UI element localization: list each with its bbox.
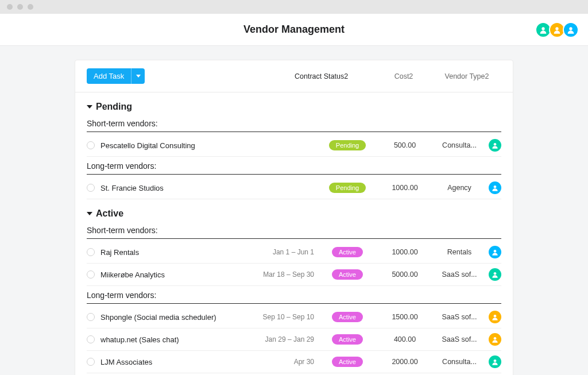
chrome-dot <box>7 4 13 10</box>
add-task-dropdown-button[interactable] <box>131 68 145 84</box>
complete-checkbox[interactable] <box>87 335 95 343</box>
section: PendingShort-term vendors:Pescatello Dig… <box>75 92 513 199</box>
task-assignee[interactable] <box>485 139 501 152</box>
task-assignee[interactable] <box>485 268 501 281</box>
svg-point-8 <box>494 337 497 340</box>
task-name[interactable]: LJM Associates <box>100 358 261 366</box>
collaborator-avatars[interactable] <box>537 22 579 38</box>
task-vendor-type: Consulta... <box>434 358 485 366</box>
task-cost: 400.00 <box>376 335 434 343</box>
avatar <box>489 355 501 368</box>
svg-point-5 <box>494 250 497 253</box>
svg-point-6 <box>494 272 497 275</box>
caret-down-icon <box>87 105 92 109</box>
task-name[interactable]: St. Francie Studios <box>100 184 261 192</box>
avatar[interactable] <box>563 22 579 38</box>
task-name[interactable]: Shpongle (Social media scheduler) <box>100 313 261 322</box>
status-badge: Active <box>332 334 363 345</box>
task-vendor-type: SaaS sof... <box>434 270 485 279</box>
task-status[interactable]: Pending <box>319 183 376 193</box>
task-cost: 1000.00 <box>376 184 434 192</box>
chrome-dot <box>28 4 33 10</box>
chrome-dot <box>17 4 23 10</box>
task-assignee[interactable] <box>485 311 501 323</box>
section: ActiveShort-term vendors:Raj RentalsJan … <box>75 199 513 373</box>
column-header-vendor-type[interactable]: Vendor Type2 <box>432 72 501 80</box>
group-heading: Short-term vendors: <box>87 226 501 239</box>
caret-down-icon <box>87 212 92 215</box>
avatar <box>489 311 501 323</box>
complete-checkbox[interactable] <box>87 248 95 256</box>
task-dates: Jan 1 – Jun 1 <box>261 248 319 256</box>
group-heading: Long-term vendors: <box>87 291 501 304</box>
section-toggle[interactable]: Pending <box>87 102 501 112</box>
task-name[interactable]: whatup.net (Sales chat) <box>100 335 261 344</box>
task-cost: 1500.00 <box>376 313 434 321</box>
task-status[interactable]: Active <box>319 312 376 322</box>
status-badge: Active <box>332 357 363 367</box>
section-title-label: Active <box>96 208 123 219</box>
task-cost: 5000.00 <box>376 270 434 279</box>
status-badge: Pending <box>329 140 366 150</box>
avatar <box>489 181 501 194</box>
group-rows: Raj RentalsJan 1 – Jun 1Active1000.00Ren… <box>87 241 501 286</box>
column-header-cost[interactable]: Cost2 <box>375 72 432 80</box>
window-chrome <box>0 0 588 14</box>
svg-point-7 <box>494 315 497 318</box>
task-cost: 2000.00 <box>376 358 434 366</box>
complete-checkbox[interactable] <box>87 141 95 149</box>
table-row[interactable]: Pescatello Digital ConsultingPending500.… <box>87 134 501 157</box>
svg-point-4 <box>494 185 497 188</box>
complete-checkbox[interactable] <box>87 270 95 279</box>
task-name[interactable]: Miikerøbe Analytics <box>100 270 261 279</box>
task-status[interactable]: Active <box>319 247 376 257</box>
page-title: Vendor Management <box>243 24 345 36</box>
table-row[interactable]: Shpongle (Social media scheduler)Sep 10 … <box>87 306 501 328</box>
complete-checkbox[interactable] <box>87 313 95 321</box>
task-status[interactable]: Active <box>319 269 376 280</box>
column-headers: Contract Status2 Cost2 Vendor Type2 <box>295 72 501 80</box>
task-vendor-type: Agency <box>434 184 485 192</box>
table-row[interactable]: St. Francie StudiosPending1000.00Agency <box>87 177 501 199</box>
svg-point-0 <box>541 27 544 30</box>
section-toggle[interactable]: Active <box>87 208 501 219</box>
complete-checkbox[interactable] <box>87 358 95 366</box>
chevron-down-icon <box>136 75 141 78</box>
task-status[interactable]: Active <box>319 357 376 367</box>
task-dates: Mar 18 – Sep 30 <box>261 270 319 279</box>
task-vendor-type: SaaS sof... <box>434 335 485 343</box>
table-row[interactable]: Miikerøbe AnalyticsMar 18 – Sep 30Active… <box>87 264 501 286</box>
svg-point-1 <box>555 27 558 30</box>
table-row[interactable]: Raj RentalsJan 1 – Jun 1Active1000.00Ren… <box>87 241 501 264</box>
column-header-status[interactable]: Contract Status2 <box>295 72 375 80</box>
task-list-panel: Add Task Contract Status2 Cost2 Vendor T… <box>75 60 513 375</box>
task-assignee[interactable] <box>485 355 501 368</box>
status-badge: Active <box>332 312 363 322</box>
group-heading: Short-term vendors: <box>87 119 501 132</box>
task-vendor-type: SaaS sof... <box>434 313 485 321</box>
task-vendor-type: Rentals <box>434 248 485 256</box>
status-badge: Pending <box>329 183 366 193</box>
add-task-button[interactable]: Add Task <box>87 68 131 84</box>
task-name[interactable]: Pescatello Digital Consulting <box>100 141 261 150</box>
task-cost: 1000.00 <box>376 248 434 256</box>
task-assignee[interactable] <box>485 333 501 346</box>
table-row[interactable]: LJM AssociatesApr 30Active2000.00Consult… <box>87 351 501 373</box>
task-dates: Apr 30 <box>261 358 319 366</box>
status-badge: Active <box>332 269 363 280</box>
avatar <box>489 246 501 258</box>
task-name[interactable]: Raj Rentals <box>100 248 261 257</box>
task-assignee[interactable] <box>485 181 501 194</box>
complete-checkbox[interactable] <box>87 184 95 192</box>
task-status[interactable]: Active <box>319 334 376 345</box>
panel-header: Add Task Contract Status2 Cost2 Vendor T… <box>75 60 513 92</box>
status-badge: Active <box>332 247 363 257</box>
group-rows: St. Francie StudiosPending1000.00Agency <box>87 177 501 199</box>
group-rows: Shpongle (Social media scheduler)Sep 10 … <box>87 306 501 373</box>
table-row[interactable]: whatup.net (Sales chat)Jan 29 – Jan 29Ac… <box>87 328 501 351</box>
task-assignee[interactable] <box>485 246 501 258</box>
page-header: Vendor Management <box>0 14 588 46</box>
group-rows: Pescatello Digital ConsultingPending500.… <box>87 134 501 157</box>
task-status[interactable]: Pending <box>319 140 376 150</box>
avatar <box>489 333 501 346</box>
